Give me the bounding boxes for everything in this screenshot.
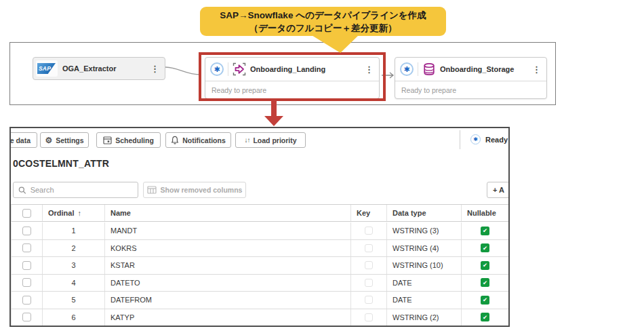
name-value: KSTAR <box>105 257 351 274</box>
nullable-checkbox[interactable]: ✔ <box>481 227 489 235</box>
column-header-data-type[interactable]: Data type <box>387 205 462 221</box>
column-header-name[interactable]: Name <box>105 205 351 221</box>
dataset-title: 0COSTELMNT_ATTR <box>13 158 109 169</box>
row-checkbox[interactable] <box>22 278 31 287</box>
red-highlight-rect <box>199 52 386 101</box>
search-input[interactable] <box>31 186 133 194</box>
row-checkbox[interactable] <box>22 227 31 235</box>
tab-notifications[interactable]: Notifications <box>165 132 231 148</box>
sort-ascending-icon: ↑ <box>78 209 82 217</box>
tab-data[interactable]: e data <box>9 132 37 148</box>
kebab-menu-icon[interactable]: ⋮ <box>531 64 542 75</box>
ordinal-value: 5 <box>43 292 105 309</box>
table-row[interactable]: 2 KOKRS WSTRING (4) ✔ <box>11 240 508 258</box>
show-removed-columns-button[interactable]: Show removed columns <box>143 182 246 198</box>
nullable-checkbox[interactable]: ✔ <box>481 243 489 252</box>
dataset-ready-indicator: ✱ Ready <box>470 134 508 144</box>
key-checkbox[interactable] <box>365 296 373 304</box>
calendar-icon <box>103 136 112 144</box>
sap-logo-icon: SAP <box>37 63 56 74</box>
storage-database-icon <box>422 62 436 76</box>
table-columns-icon <box>147 186 157 194</box>
annotation-callout: SAP→Snowflake へのデータパイプラインを作成 （データのフルコピー＋… <box>200 7 446 36</box>
table-body: 1 MANDT WSTRING (3) ✔ 2 KOKRS WSTRING (4… <box>11 222 508 326</box>
table-header-row: Ordinal ↑ Name Key Data type Nullable <box>11 204 508 222</box>
column-header-nullable[interactable]: Nullable <box>462 205 509 221</box>
name-value: DATEFROM <box>105 292 351 309</box>
key-checkbox[interactable] <box>365 261 373 269</box>
annotation-line1: SAP→Snowflake へのデータパイプラインを作成 <box>220 9 426 22</box>
row-checkbox[interactable] <box>22 261 31 270</box>
data-type-value: DATE <box>387 292 462 309</box>
data-type-value: WSTRING (4) <box>387 240 462 257</box>
name-value: MANDT <box>105 222 351 239</box>
ordinal-value: 6 <box>43 309 105 326</box>
column-header-key[interactable]: Key <box>351 205 387 221</box>
divider <box>418 62 418 76</box>
tab-settings[interactable]: ⚙ Settings <box>40 132 89 148</box>
node-label: Onboarding_Storage <box>440 65 527 73</box>
red-arrow-head <box>264 116 283 126</box>
row-checkbox[interactable] <box>22 313 31 321</box>
key-checkbox[interactable] <box>365 279 373 287</box>
ready-status-icon: ✱ <box>470 134 481 144</box>
row-checkbox[interactable] <box>22 243 31 252</box>
ordinal-value: 4 <box>43 275 105 292</box>
tab-load-priority[interactable]: ↓↑ Load priority <box>235 132 306 148</box>
nullable-checkbox[interactable]: ✔ <box>481 313 489 321</box>
ready-status-label: Ready <box>485 136 508 144</box>
tab-scheduling[interactable]: Scheduling <box>96 132 161 148</box>
nullable-checkbox[interactable]: ✔ <box>481 278 489 287</box>
connector-curve <box>165 62 201 79</box>
node-oga-extractor[interactable]: SAP OGA_Extractor ⋮ <box>33 57 165 80</box>
sap-logo-chip: SAP <box>36 60 58 77</box>
node-onboarding-storage[interactable]: ✱ Onboarding_Storage ⋮ Ready to prepare <box>395 57 547 99</box>
ordinal-value: 1 <box>43 222 105 239</box>
ready-status-icon: ✱ <box>400 62 414 76</box>
search-input-wrapper <box>13 182 138 198</box>
data-type-value: WSTRING (3) <box>387 222 462 239</box>
gear-icon: ⚙ <box>45 136 52 145</box>
search-icon <box>18 186 26 195</box>
add-column-button[interactable]: + A <box>487 182 510 198</box>
name-value: KOKRS <box>105 240 351 257</box>
key-checkbox[interactable] <box>365 244 373 252</box>
key-checkbox[interactable] <box>365 227 373 235</box>
table-row[interactable]: 5 DATEFROM DATE ✔ <box>11 292 508 309</box>
load-priority-icon: ↓↑ <box>244 136 249 144</box>
red-arrow-shaft <box>271 100 277 117</box>
table-row[interactable]: 6 KATYP WSTRING (2) ✔ <box>11 309 508 327</box>
select-all-checkbox[interactable] <box>22 209 31 218</box>
bell-icon <box>171 136 179 144</box>
data-type-value: WSTRING (2) <box>387 309 462 326</box>
annotation-line2: （データのフルコピー＋差分更新） <box>249 22 397 35</box>
name-value: KATYP <box>105 309 351 326</box>
nullable-checkbox[interactable]: ✔ <box>481 296 489 305</box>
dataset-detail-panel: e data ⚙ Settings Scheduling Notificatio… <box>9 127 510 327</box>
ordinal-value: 3 <box>43 257 105 274</box>
data-type-value: WSTRING (10) <box>387 257 462 274</box>
ordinal-value: 2 <box>43 240 105 257</box>
table-row[interactable]: 4 DATETO DATE ✔ <box>11 275 508 292</box>
table-row[interactable]: 1 MANDT WSTRING (3) ✔ <box>11 222 508 240</box>
table-row[interactable]: 3 KSTAR WSTRING (10) ✔ <box>11 257 508 275</box>
screenshot-stage: SAP→Snowflake へのデータパイプラインを作成 （データのフルコピー＋… <box>0 0 644 333</box>
node-status-text: Ready to prepare <box>395 81 546 98</box>
node-label: OGA_Extractor <box>62 64 144 73</box>
column-header-ordinal[interactable]: Ordinal ↑ <box>43 205 105 221</box>
kebab-menu-icon[interactable]: ⋮ <box>149 64 161 74</box>
data-type-value: DATE <box>387 275 462 292</box>
divider <box>460 130 460 149</box>
nullable-checkbox[interactable]: ✔ <box>481 261 489 270</box>
row-checkbox[interactable] <box>22 296 31 305</box>
name-value: DATETO <box>105 275 351 292</box>
key-checkbox[interactable] <box>365 313 373 321</box>
